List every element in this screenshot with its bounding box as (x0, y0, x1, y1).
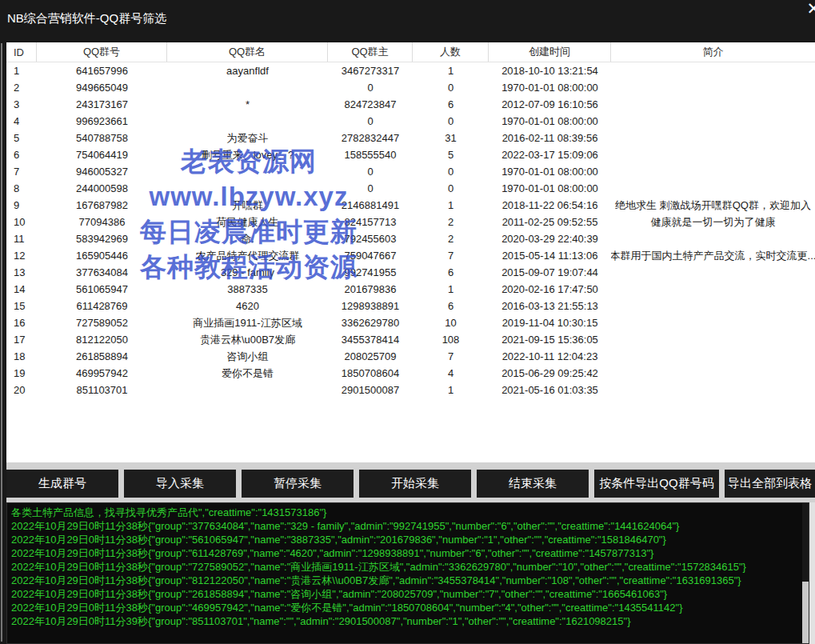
export-all-to-sheet-button[interactable]: 导出全部到表格 (725, 470, 815, 498)
table-cell: 3887335 (167, 281, 328, 298)
table-row[interactable]: 17812122050贵港云林\u00B7发廊34553784141082021… (6, 331, 815, 348)
table-cell: 2022-03-17 15:09:06 (489, 146, 611, 163)
table-row[interactable]: 8244000598001970-01-01 08:00:00 (6, 180, 815, 197)
table-row[interactable]: 13377634084329 - family99274195562015-09… (6, 264, 815, 281)
table-cell: 2016-03-13 21:55:13 (489, 298, 611, 314)
table-cell: 4620 (167, 298, 328, 314)
table-cell (611, 146, 815, 163)
import-collect-button[interactable]: 导入采集 (124, 470, 236, 498)
table-row[interactable]: 2949665049001970-01-01 08:00:00 (6, 79, 815, 96)
table-row[interactable]: 20851103701290150008712021-05-16 01:03:3… (6, 382, 815, 398)
generate-groups-button[interactable]: 生成群号 (6, 470, 118, 498)
table-row[interactable]: 3243173167*82472384762012-07-09 16:10:56 (6, 96, 815, 113)
table-row[interactable]: 14561065947388733520167983612020-02-16 1… (6, 281, 815, 298)
table-cell: 0 (328, 113, 413, 130)
log-scrollbar[interactable] (802, 503, 809, 643)
table-row[interactable]: 16727589052商业插画1911-江苏区域3362629780102019… (6, 314, 815, 331)
table-cell: 命. (167, 230, 328, 247)
table-cell: 6 (413, 298, 489, 314)
table-cell (167, 79, 328, 96)
table-cell: 18 (6, 348, 37, 365)
export-by-condition-button[interactable]: 按条件导出QQ群号码 (594, 470, 719, 498)
table-cell: 2011-02-25 09:52:55 (489, 214, 611, 230)
end-collect-button[interactable]: 结束采集 (477, 470, 589, 498)
table-cell: 824723847 (328, 96, 413, 113)
table-cell: 0 (328, 79, 413, 96)
table-cell: 3362629780 (328, 314, 413, 331)
table-cell: 583942969 (37, 230, 167, 247)
table-cell: 为爱奋斗 (167, 130, 328, 146)
table-row[interactable]: 5540788758为爱奋斗2782832447312016-02-11 08:… (6, 130, 815, 146)
table-cell: 261858894 (37, 348, 167, 365)
title-bar: NB综合营销软件-QQ群号筛选 ✕ (0, 0, 815, 42)
table-row[interactable]: 6754064419删号重来、lovey、?15855554052022-03-… (6, 146, 815, 163)
table-cell: 2 (413, 230, 489, 247)
table-cell: 824157713 (328, 214, 413, 230)
window-left-edge (1, 43, 2, 642)
table-cell: 0 (328, 163, 413, 180)
table-cell: 健康就是一切一切为了健康 (611, 214, 815, 230)
table-row[interactable]: 12165905446农产品特产代理交流群75904766772015-05-1… (6, 247, 815, 264)
column-header: QQ群号 (37, 42, 167, 62)
table-row[interactable]: 4996923661001970-01-01 08:00:00 (6, 113, 815, 130)
table-row[interactable]: 7946005327001970-01-01 08:00:00 (6, 163, 815, 180)
table-cell: 0 (413, 163, 489, 180)
table-cell: 0 (413, 180, 489, 197)
table-row[interactable]: 1641657996aayanfldf346727331712018-10-10… (6, 62, 815, 79)
table-cell (611, 96, 815, 113)
table-cell: 6 (413, 96, 489, 113)
window-right-edge (809, 502, 815, 644)
table-cell: 1 (413, 281, 489, 298)
log-lines: 各类土特产品信息，找寻找寻优秀产品代","creattime":"1431573… (7, 503, 809, 628)
close-icon[interactable]: ✕ (806, 0, 815, 18)
table-cell: 17 (6, 331, 37, 348)
table-cell: 10 (6, 214, 37, 230)
table-cell: 2012-07-09 16:10:56 (489, 96, 611, 113)
table-cell: 14 (6, 281, 37, 298)
table-cell: 0 (413, 79, 489, 96)
pause-collect-button[interactable]: 暂停采集 (242, 470, 354, 498)
table-row[interactable]: 18261858894咨询小组20802570972022-10-11 12:0… (6, 348, 815, 365)
table-cell: 12 (6, 247, 37, 264)
table-cell: 996923661 (37, 113, 167, 130)
table-cell: 7 (413, 247, 489, 264)
table-cell: 2021-05-16 01:03:35 (489, 382, 611, 398)
table-cell: 2016-02-11 08:39:56 (489, 130, 611, 146)
table-cell: 243173167 (37, 96, 167, 113)
table-row[interactable]: 156114287694620129893889162016-03-13 21:… (6, 298, 815, 314)
table-header: IDQQ群号QQ群名QQ群主人数创建时间简介 (6, 42, 815, 62)
table-cell: 6 (413, 264, 489, 281)
table-cell: 10 (413, 314, 489, 331)
log-line: 2022年10月29日0时11分38秒{"group":"469957942",… (11, 601, 801, 614)
table-cell: 7 (413, 348, 489, 365)
table-cell: 1 (413, 62, 489, 79)
log-line: 2022年10月29日0时11分38秒{"group":"727589052",… (11, 560, 801, 574)
table-cell: 469957942 (37, 365, 167, 382)
table-cell: 0 (328, 180, 413, 197)
table-cell: 2901500087 (328, 382, 413, 398)
log-scrollbar-thumb[interactable] (802, 582, 809, 643)
table-cell: 2022-10-11 12:04:23 (489, 348, 611, 365)
table-cell: 949665049 (37, 79, 167, 96)
table-cell: 1970-01-01 08:00:00 (489, 113, 611, 130)
table-cell: 540788758 (37, 130, 167, 146)
table-cell: 1970-01-01 08:00:00 (489, 79, 611, 96)
table-cell: 244000598 (37, 180, 167, 197)
table-body: 1641657996aayanfldf346727331712018-10-10… (6, 62, 815, 398)
table-row[interactable]: 1077094386荷民健康人生82415771322011-02-25 09:… (6, 214, 815, 230)
table-cell: 1 (413, 382, 489, 398)
group-table: IDQQ群号QQ群名QQ群主人数创建时间简介 1641657996aayanfl… (6, 42, 815, 462)
table-cell: 1970-01-01 08:00:00 (489, 163, 611, 180)
log-line: 2022年10月29日0时11分38秒{"group":"377634084",… (11, 519, 801, 533)
log-line: 2022年10月29日0时11分38秒{"group":"812122050",… (11, 574, 801, 587)
table-cell (611, 382, 815, 398)
table-cell: 377634084 (37, 264, 167, 281)
table-cell (611, 130, 815, 146)
table-row[interactable]: 9167687982开嘿群214688149112018-11-22 06:54… (6, 197, 815, 214)
table-row[interactable]: 19469957942爱你不是错185070860442015-06-29 09… (6, 365, 815, 382)
column-header: QQ群主 (328, 42, 413, 62)
column-header: QQ群名 (167, 42, 328, 62)
table-cell (611, 365, 815, 382)
start-collect-button[interactable]: 开始采集 (359, 470, 471, 498)
table-row[interactable]: 11583942969命.79245560322020-03-29 22:40:… (6, 230, 815, 247)
